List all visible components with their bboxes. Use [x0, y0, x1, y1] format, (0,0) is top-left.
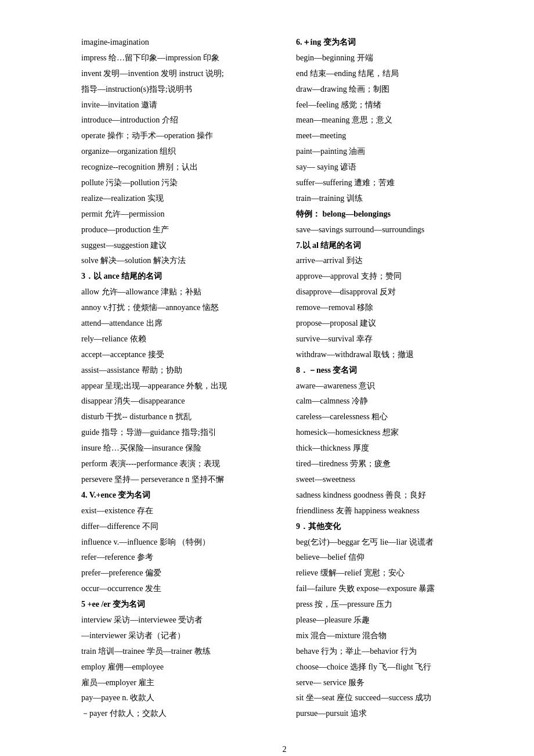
main-content: imagine-imaginationimpress 给…留下印象—impres… [81, 35, 488, 722]
left-line-35: occur—occurrence 发生 [81, 581, 273, 596]
right-line-14: arrive—arrival 到达 [296, 253, 488, 268]
left-line-6: operate 操作；动手术—operation 操作 [81, 128, 273, 143]
left-line-41: 雇员—employer 雇主 [81, 675, 273, 690]
left-line-10: realize—realization 实现 [81, 191, 273, 206]
right-line-12: save—savings surround—surroundings [296, 222, 488, 237]
left-line-5: introduce—introduction 介绍 [81, 113, 273, 128]
right-line-36: press 按，压—pressure 压力 [296, 597, 488, 612]
left-line-13: suggest—suggestion 建议 [81, 238, 273, 253]
left-line-9: pollute 污染—pollution 污染 [81, 175, 273, 190]
right-line-25: homesick—homesickness 想家 [296, 425, 488, 440]
left-line-26: insure 给…买保险—insurance 保险 [81, 441, 273, 456]
left-line-23: disappear 消失—disappearance [81, 394, 273, 409]
right-line-38: mix 混合—mixture 混合物 [296, 628, 488, 643]
right-line-30: friendliness 友善 happiness weakness [296, 503, 488, 519]
left-line-8: recognize--recognition 辨别；认出 [81, 160, 273, 175]
right-line-16: disapprove—disapproval 反对 [296, 285, 488, 300]
right-line-33: believe—belief 信仰 [296, 550, 488, 565]
page-number: 2 [81, 745, 488, 754]
right-line-39: behave 行为；举止—behavior 行为 [296, 644, 488, 659]
left-line-12: produce—production 生产 [81, 222, 273, 237]
left-line-30: exist—existence 存在 [81, 503, 273, 519]
left-line-14: solve 解决—solution 解决方法 [81, 253, 273, 268]
left-column: imagine-imaginationimpress 给…留下印象—impres… [81, 35, 273, 722]
right-column: 6.＋ing 变为名词begin—beginning 开端end 结束—endi… [296, 35, 488, 722]
right-line-1: begin—beginning 开端 [296, 51, 488, 66]
left-line-19: rely—reliance 依赖 [81, 332, 273, 347]
right-line-23: calm—calmness 冷静 [296, 394, 488, 409]
left-line-18: attend—attendance 出席 [81, 316, 273, 331]
right-line-3: draw—drawing 绘画；制图 [296, 82, 488, 97]
right-line-6: meet—meeting [296, 128, 488, 143]
right-line-34: relieve 缓解—relief 宽慰；安心 [296, 566, 488, 581]
right-line-42: sit 坐—seat 座位 succeed—success 成功 [296, 690, 488, 705]
left-line-36: 5 +ee /er 变为名词 [81, 597, 273, 612]
left-line-4: invite—invitation 邀请 [81, 98, 273, 113]
left-line-39: train 培训—trainee 学员—trainer 教练 [81, 644, 273, 659]
left-line-11: permit 允许—permission [81, 207, 273, 222]
left-line-43: －payer 付款人；交款人 [81, 706, 273, 721]
right-line-8: say— saying 谚语 [296, 160, 488, 175]
right-line-20: withdraw—withdrawal 取钱；撤退 [296, 347, 488, 362]
right-line-15: approve—approval 支持；赞同 [296, 269, 488, 284]
right-line-19: survive—survival 幸存 [296, 332, 488, 347]
left-line-34: prefer—preference 偏爱 [81, 566, 273, 581]
left-line-42: pay—payee n. 收款人 [81, 690, 273, 705]
left-line-7: organize—organization 组织 [81, 144, 273, 159]
left-line-22: appear 呈现;出现—appearance 外貌，出现 [81, 379, 273, 394]
left-line-27: perform 表演----performance 表演；表现 [81, 456, 273, 471]
right-line-32: beg(乞讨)—beggar 乞丐 lie—liar 说谎者 [296, 535, 488, 550]
left-line-20: accept—acceptance 接受 [81, 347, 273, 362]
right-line-0: 6.＋ing 变为名词 [296, 35, 488, 50]
right-line-2: end 结束—ending 结尾，结局 [296, 66, 488, 81]
right-line-10: train—training 训练 [296, 191, 488, 206]
left-line-2: invent 发明—invention 发明 instruct 说明; [81, 66, 273, 81]
left-line-17: annoy v.打扰；使烦恼—annoyance 恼怒 [81, 300, 273, 315]
right-line-43: pursue—pursuit 追求 [296, 706, 488, 721]
left-line-25: guide 指导；导游—guidance 指导;指引 [81, 425, 273, 440]
left-line-0: imagine-imagination [81, 35, 273, 50]
right-line-4: feel—feeling 感觉；情绪 [296, 98, 488, 113]
left-line-16: allow 允许—allowance 津贴；补贴 [81, 285, 273, 300]
left-line-24: disturb 干扰-- disturbance n 扰乱 [81, 409, 273, 424]
right-line-21: 8．－ness 变名词 [296, 363, 488, 378]
left-line-15: 3．以 ance 结尾的名词 [81, 269, 273, 284]
right-line-5: mean—meaning 意思；意义 [296, 113, 488, 128]
left-line-40: employ 雇佣—employee [81, 660, 273, 675]
right-line-35: fail—failure 失败 expose—exposure 暴露 [296, 581, 488, 596]
right-line-27: tired—tiredness 劳累；疲惫 [296, 456, 488, 471]
right-line-9: suffer—suffering 遭难；苦难 [296, 175, 488, 190]
right-line-18: propose—proposal 建议 [296, 316, 488, 331]
left-line-33: refer—reference 参考 [81, 550, 273, 565]
right-line-26: thick—thickness 厚度 [296, 441, 488, 456]
left-line-3: 指导—instruction(s)指导;说明书 [81, 82, 273, 97]
left-line-31: differ—difference 不同 [81, 519, 273, 534]
right-line-7: paint—painting 油画 [296, 144, 488, 159]
left-line-28: persevere 坚持— perseverance n 坚持不懈 [81, 472, 273, 487]
left-line-29: 4. V.+ence 变为名词 [81, 488, 273, 503]
left-line-1: impress 给…留下印象—impression 印象 [81, 51, 273, 66]
left-line-37: interview 采访—interviewee 受访者 [81, 613, 273, 628]
right-line-28: sweet—sweetness [296, 472, 488, 487]
right-line-17: remove—removal 移除 [296, 300, 488, 315]
left-line-21: assist—assistance 帮助；协助 [81, 363, 273, 378]
right-line-11: 特例： belong—belongings [296, 207, 488, 222]
right-line-31: 9．其他变化 [296, 519, 488, 534]
right-line-37: please—pleasure 乐趣 [296, 613, 488, 628]
right-line-29: sadness kindness goodness 善良；良好 [296, 488, 488, 503]
left-line-38: —interviewer 采访者（记者） [81, 628, 273, 643]
right-line-22: aware—awareness 意识 [296, 379, 488, 394]
left-line-32: influence v.—influence 影响 （特例） [81, 535, 273, 550]
right-line-13: 7.以 al 结尾的名词 [296, 238, 488, 253]
right-line-40: choose—choice 选择 fly 飞—flight 飞行 [296, 660, 488, 675]
right-line-24: careless—carelessness 粗心 [296, 409, 488, 424]
right-line-41: serve— service 服务 [296, 675, 488, 690]
